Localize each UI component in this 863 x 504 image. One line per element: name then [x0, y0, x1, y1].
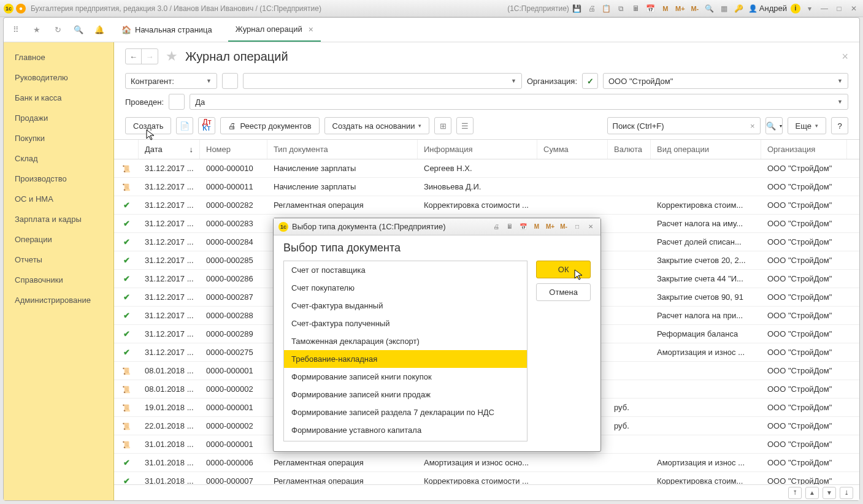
info-icon[interactable]: i	[791, 4, 800, 13]
ok-button[interactable]: ОК	[536, 261, 591, 278]
compare-icon[interactable]: ⧉	[616, 3, 627, 14]
minimize-icon[interactable]: —	[819, 3, 830, 14]
registry-button[interactable]: 🖨 Реестр документов	[220, 117, 319, 134]
sidebar-item-1[interactable]: Руководителю	[4, 67, 113, 88]
sidebar-item-7[interactable]: ОС и НМА	[4, 189, 113, 209]
m-plus-icon[interactable]: M+	[675, 3, 686, 14]
dialog-calc-icon[interactable]: 🖩	[505, 222, 515, 232]
col-org[interactable]: Организация	[761, 140, 847, 159]
calendar-icon[interactable]: 📅	[645, 3, 656, 14]
nav-down-button[interactable]: ▼	[823, 487, 836, 499]
col-num[interactable]: Номер	[200, 140, 267, 159]
copy-button[interactable]: 📄	[176, 117, 193, 134]
sidebar-item-4[interactable]: Покупки	[4, 128, 113, 148]
list-button[interactable]: ☰	[456, 117, 474, 134]
sidebar-item-10[interactable]: Отчеты	[4, 250, 113, 270]
document-type-item[interactable]: Счет-фактура выданный	[284, 297, 527, 315]
col-info[interactable]: Информация	[418, 140, 537, 159]
more-button[interactable]: Еще▾	[788, 117, 826, 134]
history-icon[interactable]: ↻	[52, 24, 64, 36]
sidebar-item-9[interactable]: Операции	[4, 229, 113, 250]
search-input[interactable]: Поиск (Ctrl+F) ×	[607, 117, 761, 134]
dialog-m-minus-icon[interactable]: M-	[559, 222, 569, 232]
print-icon[interactable]: 🖨	[586, 3, 597, 14]
col-type[interactable]: Тип документа	[267, 140, 418, 159]
document-type-list[interactable]: Счет от поставщикаСчет покупателюСчет-фа…	[283, 261, 527, 441]
zoom-icon[interactable]: 🔍	[704, 3, 715, 14]
create-based-button[interactable]: Создать на основании ▾	[324, 117, 430, 134]
dialog-close-icon[interactable]: ✕	[586, 222, 596, 232]
sidebar-item-11[interactable]: Справочники	[4, 270, 113, 290]
table-row[interactable]: 📜31.12.2017 ...0000-000011Начисление зар…	[114, 178, 859, 196]
tab-journal[interactable]: Журнал операций ×	[228, 18, 321, 42]
close-icon[interactable]: ✕	[848, 3, 859, 14]
dropdown-icon[interactable]: ▾	[804, 3, 815, 14]
search-icon[interactable]: 🔍	[72, 24, 85, 36]
m-icon[interactable]: M	[660, 3, 671, 14]
save-icon[interactable]: 💾	[572, 3, 583, 14]
key-icon[interactable]: 🔑	[734, 3, 745, 14]
calc-icon[interactable]: 🖩	[631, 3, 642, 14]
clipboard-icon[interactable]: 📋	[601, 3, 612, 14]
nav-last-button[interactable]: ⤓	[840, 487, 853, 499]
col-cur[interactable]: Валюта	[608, 140, 651, 159]
favorite-icon[interactable]: ●	[16, 4, 26, 13]
document-type-item[interactable]: Требование-накладная	[284, 350, 527, 368]
sidebar-item-8[interactable]: Зарплата и кадры	[4, 209, 113, 229]
sidebar-item-12[interactable]: Администрирование	[4, 290, 113, 310]
bell-icon[interactable]: 🔔	[93, 24, 105, 36]
help-button[interactable]: ?	[831, 117, 848, 134]
org-checkbox[interactable]	[582, 73, 598, 89]
document-type-item[interactable]: Счет-фактура полученный	[284, 315, 527, 332]
star-icon[interactable]: ★	[31, 24, 43, 36]
sidebar-item-0[interactable]: Главное	[4, 47, 113, 67]
document-type-item[interactable]: Формирование записей книги покупок	[284, 368, 527, 386]
org-dropdown[interactable]: ООО "СтройДом" ▼	[603, 73, 848, 89]
tab-home[interactable]: 🏠 Начальная страница	[114, 18, 220, 42]
page-star-icon[interactable]: ★	[166, 48, 178, 64]
maximize-icon[interactable]: □	[834, 3, 845, 14]
table-row[interactable]: ✔31.01.2018 ...0000-000007Регламентная о…	[114, 472, 859, 484]
sidebar-item-5[interactable]: Склад	[4, 148, 113, 169]
nav-up-button[interactable]: ▲	[805, 487, 819, 499]
counterparty-value-dropdown[interactable]: ▼	[243, 73, 522, 89]
search-clear-icon[interactable]: ×	[750, 121, 755, 131]
dialog-maximize-icon[interactable]: □	[572, 222, 582, 232]
nav-first-button[interactable]: ⤒	[788, 487, 802, 499]
dtkt-button[interactable]: ДтКт	[198, 117, 215, 134]
col-opt[interactable]: Вид операции	[651, 140, 761, 159]
menu-grid-icon[interactable]: ⠿	[10, 24, 22, 36]
dialog-m-icon[interactable]: M	[532, 222, 542, 232]
document-type-item[interactable]: Счет от поставщика	[284, 261, 527, 279]
cancel-button[interactable]: Отмена	[536, 283, 591, 301]
counterparty-checkbox[interactable]	[222, 73, 238, 89]
document-type-item[interactable]: Формирование записей раздела 7 деклараци…	[284, 403, 527, 421]
page-close-icon[interactable]: ×	[842, 50, 848, 63]
counterparty-dropdown[interactable]: Контрагент: ▼	[125, 73, 217, 89]
dialog-m-plus-icon[interactable]: M+	[545, 222, 555, 232]
dialog-calendar-icon[interactable]: 📅	[518, 222, 528, 232]
document-type-item[interactable]: Формирование записей книги продаж	[284, 386, 527, 403]
document-type-item[interactable]: Таможенная декларация (экспорт)	[284, 332, 527, 350]
table-row[interactable]: 📜31.12.2017 ...0000-000010Начисление зар…	[114, 159, 859, 178]
sidebar-item-3[interactable]: Продажи	[4, 108, 113, 128]
table-row[interactable]: ✔31.01.2018 ...0000-000006Регламентная о…	[114, 454, 859, 472]
sidebar-item-2[interactable]: Банк и касса	[4, 88, 113, 108]
tree-button[interactable]: ⊞	[434, 117, 451, 134]
document-type-item[interactable]: Формирование уставного капитала	[284, 421, 527, 439]
col-sum[interactable]: Сумма	[537, 140, 608, 159]
posted-checkbox[interactable]	[169, 94, 185, 110]
document-type-item[interactable]: Счет покупателю	[284, 279, 527, 297]
search-button[interactable]: 🔍▾	[765, 117, 783, 134]
grid-icon[interactable]: ▦	[719, 3, 730, 14]
user-badge[interactable]: 👤 Андрей	[748, 4, 787, 13]
sidebar-item-6[interactable]: Производство	[4, 169, 113, 189]
m-minus-icon[interactable]: M-	[689, 3, 700, 14]
col-date[interactable]: Дата↓	[139, 140, 200, 159]
posted-dropdown[interactable]: Да ▼	[190, 94, 848, 110]
create-button[interactable]: Создать	[125, 117, 171, 134]
nav-back-button[interactable]: ←	[126, 49, 142, 64]
tab-close-icon[interactable]: ×	[309, 25, 313, 34]
table-row[interactable]: ✔31.12.2017 ...0000-000282Регламентная о…	[114, 196, 859, 215]
nav-forward-button[interactable]: →	[142, 49, 158, 64]
